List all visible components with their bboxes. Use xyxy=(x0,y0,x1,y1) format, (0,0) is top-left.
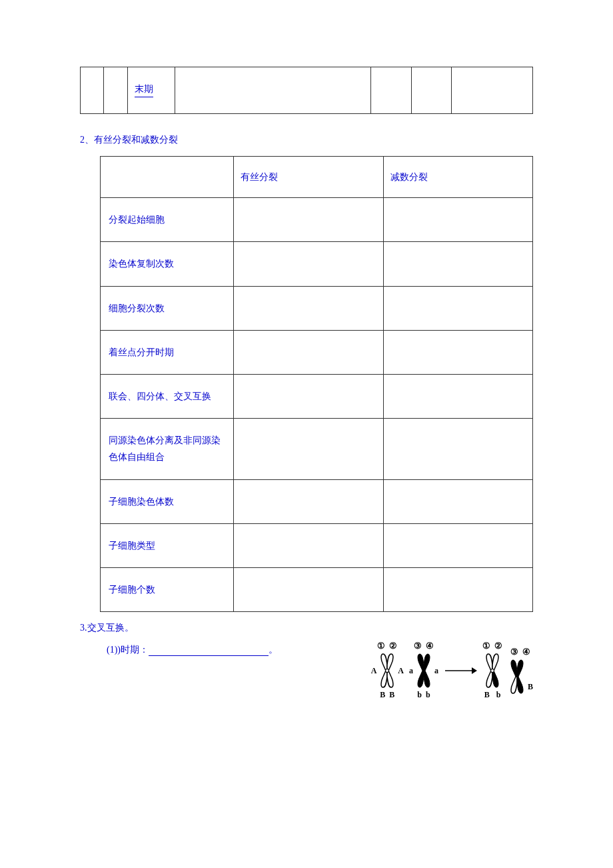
header-meiosis: 减数分裂 xyxy=(383,157,533,198)
table-row: 子细胞类型 xyxy=(101,523,533,567)
label-circled-2b: ② xyxy=(494,641,502,651)
row-label: 子细胞个数 xyxy=(101,567,234,611)
table-row: 细胞分裂次数 xyxy=(101,286,533,330)
arrow-right-icon xyxy=(444,664,477,677)
row-label: 子细胞染色体数 xyxy=(101,479,234,523)
table-phase-fragment: 末期 xyxy=(80,67,533,114)
label-circled-3: ③ xyxy=(414,641,422,651)
label-B-right: B xyxy=(389,690,394,700)
label-circled-4b: ④ xyxy=(522,647,530,657)
svg-point-0 xyxy=(386,669,389,673)
label-circled-4: ④ xyxy=(426,641,434,651)
label-A-left: A xyxy=(371,666,377,676)
phase-label: 末期 xyxy=(135,83,153,97)
section-2-title: 2、有丝分裂和减数分裂 xyxy=(80,134,533,146)
section-3-title: 3.交叉互换。 xyxy=(80,622,533,634)
label-B-after: B xyxy=(484,690,490,700)
chromosome-diagram: ① ② A A B B ③ ④ xyxy=(278,641,533,700)
label-circled-3b: ③ xyxy=(510,647,518,657)
chromosome-black-icon xyxy=(414,653,433,689)
row-label: 分裂起始细胞 xyxy=(101,198,234,242)
label-b-right: b xyxy=(426,690,430,700)
table-row: 染色体复制次数 xyxy=(101,242,533,286)
row-label: 着丝点分开时期 xyxy=(101,330,234,374)
q3-prefix: (1))时期： xyxy=(107,645,149,655)
row-label: 染色体复制次数 xyxy=(101,242,234,286)
table-row: 子细胞个数 xyxy=(101,567,533,611)
label-B-side: B xyxy=(528,682,533,692)
label-a-right: a xyxy=(434,666,438,676)
label-B-left: B xyxy=(380,690,385,700)
svg-point-3 xyxy=(490,669,494,673)
chromosome-crossover-black-icon xyxy=(508,659,526,695)
table-row: 分裂起始细胞 xyxy=(101,198,533,242)
table-row: 联会、四分体、交叉互换 xyxy=(101,374,533,418)
table-row: 着丝点分开时期 xyxy=(101,330,533,374)
row-label: 联会、四分体、交叉互换 xyxy=(101,374,234,418)
table-row: 子细胞染色体数 xyxy=(101,479,533,523)
label-circled-2: ② xyxy=(389,641,397,651)
row-label: 同源染色体分离及非同源染色体自由组合 xyxy=(101,419,234,479)
q3-period: 。 xyxy=(269,645,278,655)
label-b-after: b xyxy=(496,690,501,700)
chromosome-crossover-white-icon xyxy=(483,653,502,689)
question-3-1: (1))时期：。 xyxy=(107,644,278,656)
label-b-left: b xyxy=(417,690,422,700)
header-mitosis: 有丝分裂 xyxy=(234,157,384,198)
svg-marker-2 xyxy=(472,667,477,674)
table-row: 末期 xyxy=(81,67,533,114)
fill-blank[interactable] xyxy=(149,647,269,656)
table-mitosis-meiosis: 有丝分裂 减数分裂 分裂起始细胞 染色体复制次数 细胞分裂次数 着丝点分开时期 … xyxy=(100,156,533,612)
label-circled-1b: ① xyxy=(482,641,490,651)
row-label: 细胞分裂次数 xyxy=(101,286,234,330)
row-label: 子细胞类型 xyxy=(101,523,234,567)
label-circled-1: ① xyxy=(377,641,385,651)
chromosome-white-icon xyxy=(378,653,396,689)
table-row: 有丝分裂 减数分裂 xyxy=(101,157,533,198)
label-a-left: a xyxy=(409,666,413,676)
label-A-right: A xyxy=(398,666,404,676)
table-row: 同源染色体分离及非同源染色体自由组合 xyxy=(101,419,533,479)
